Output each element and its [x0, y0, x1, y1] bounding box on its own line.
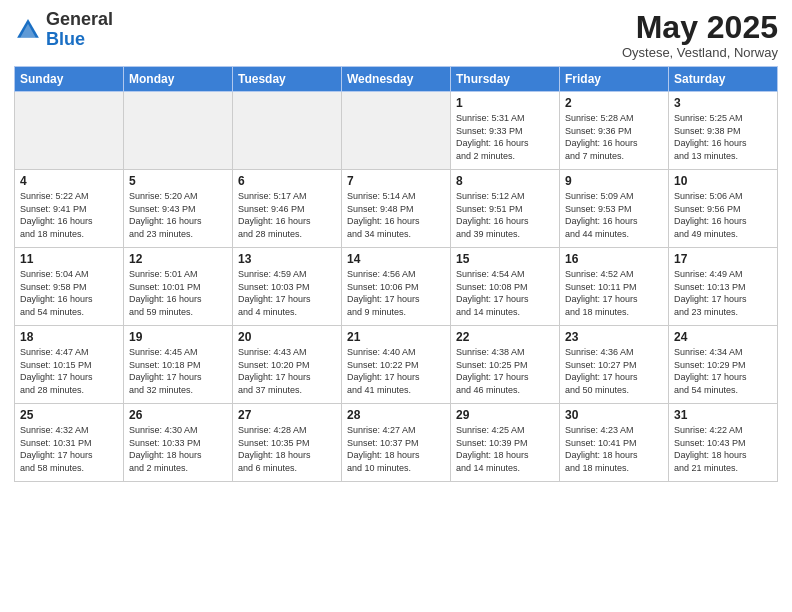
- calendar-cell-2-7: 10Sunrise: 5:06 AM Sunset: 9:56 PM Dayli…: [669, 170, 778, 248]
- calendar-cell-5-1: 25Sunrise: 4:32 AM Sunset: 10:31 PM Dayl…: [15, 404, 124, 482]
- calendar-cell-4-4: 21Sunrise: 4:40 AM Sunset: 10:22 PM Dayl…: [342, 326, 451, 404]
- day-number: 25: [20, 408, 118, 422]
- logo-blue-text: Blue: [46, 29, 85, 49]
- calendar-cell-1-7: 3Sunrise: 5:25 AM Sunset: 9:38 PM Daylig…: [669, 92, 778, 170]
- day-info: Sunrise: 5:31 AM Sunset: 9:33 PM Dayligh…: [456, 112, 554, 162]
- calendar-cell-2-1: 4Sunrise: 5:22 AM Sunset: 9:41 PM Daylig…: [15, 170, 124, 248]
- day-number: 11: [20, 252, 118, 266]
- day-info: Sunrise: 4:59 AM Sunset: 10:03 PM Daylig…: [238, 268, 336, 318]
- calendar-cell-3-4: 14Sunrise: 4:56 AM Sunset: 10:06 PM Dayl…: [342, 248, 451, 326]
- calendar-week-3: 11Sunrise: 5:04 AM Sunset: 9:58 PM Dayli…: [15, 248, 778, 326]
- calendar-cell-1-6: 2Sunrise: 5:28 AM Sunset: 9:36 PM Daylig…: [560, 92, 669, 170]
- day-info: Sunrise: 5:17 AM Sunset: 9:46 PM Dayligh…: [238, 190, 336, 240]
- calendar-header-sunday: Sunday: [15, 67, 124, 92]
- day-info: Sunrise: 4:30 AM Sunset: 10:33 PM Daylig…: [129, 424, 227, 474]
- calendar-cell-3-1: 11Sunrise: 5:04 AM Sunset: 9:58 PM Dayli…: [15, 248, 124, 326]
- day-info: Sunrise: 4:45 AM Sunset: 10:18 PM Daylig…: [129, 346, 227, 396]
- calendar-week-5: 25Sunrise: 4:32 AM Sunset: 10:31 PM Dayl…: [15, 404, 778, 482]
- calendar-cell-5-5: 29Sunrise: 4:25 AM Sunset: 10:39 PM Dayl…: [451, 404, 560, 482]
- calendar-cell-5-3: 27Sunrise: 4:28 AM Sunset: 10:35 PM Dayl…: [233, 404, 342, 482]
- calendar-cell-4-6: 23Sunrise: 4:36 AM Sunset: 10:27 PM Dayl…: [560, 326, 669, 404]
- day-info: Sunrise: 5:28 AM Sunset: 9:36 PM Dayligh…: [565, 112, 663, 162]
- title-block: May 2025 Oystese, Vestland, Norway: [622, 10, 778, 60]
- day-number: 3: [674, 96, 772, 110]
- calendar-table: SundayMondayTuesdayWednesdayThursdayFrid…: [14, 66, 778, 482]
- calendar-cell-1-3: [233, 92, 342, 170]
- calendar-cell-5-7: 31Sunrise: 4:22 AM Sunset: 10:43 PM Dayl…: [669, 404, 778, 482]
- day-info: Sunrise: 4:22 AM Sunset: 10:43 PM Daylig…: [674, 424, 772, 474]
- calendar-header-row: SundayMondayTuesdayWednesdayThursdayFrid…: [15, 67, 778, 92]
- day-number: 23: [565, 330, 663, 344]
- day-number: 14: [347, 252, 445, 266]
- header: General Blue May 2025 Oystese, Vestland,…: [14, 10, 778, 60]
- calendar-cell-5-2: 26Sunrise: 4:30 AM Sunset: 10:33 PM Dayl…: [124, 404, 233, 482]
- day-number: 20: [238, 330, 336, 344]
- day-number: 29: [456, 408, 554, 422]
- day-info: Sunrise: 5:09 AM Sunset: 9:53 PM Dayligh…: [565, 190, 663, 240]
- calendar-cell-5-6: 30Sunrise: 4:23 AM Sunset: 10:41 PM Dayl…: [560, 404, 669, 482]
- day-number: 22: [456, 330, 554, 344]
- calendar-cell-2-3: 6Sunrise: 5:17 AM Sunset: 9:46 PM Daylig…: [233, 170, 342, 248]
- day-info: Sunrise: 4:38 AM Sunset: 10:25 PM Daylig…: [456, 346, 554, 396]
- day-info: Sunrise: 4:25 AM Sunset: 10:39 PM Daylig…: [456, 424, 554, 474]
- calendar-cell-1-4: [342, 92, 451, 170]
- day-info: Sunrise: 4:27 AM Sunset: 10:37 PM Daylig…: [347, 424, 445, 474]
- page: General Blue May 2025 Oystese, Vestland,…: [0, 0, 792, 612]
- day-info: Sunrise: 4:54 AM Sunset: 10:08 PM Daylig…: [456, 268, 554, 318]
- day-number: 7: [347, 174, 445, 188]
- day-number: 30: [565, 408, 663, 422]
- day-info: Sunrise: 5:20 AM Sunset: 9:43 PM Dayligh…: [129, 190, 227, 240]
- day-number: 5: [129, 174, 227, 188]
- day-info: Sunrise: 4:40 AM Sunset: 10:22 PM Daylig…: [347, 346, 445, 396]
- day-number: 28: [347, 408, 445, 422]
- day-number: 21: [347, 330, 445, 344]
- day-number: 24: [674, 330, 772, 344]
- day-number: 6: [238, 174, 336, 188]
- day-info: Sunrise: 5:22 AM Sunset: 9:41 PM Dayligh…: [20, 190, 118, 240]
- day-number: 9: [565, 174, 663, 188]
- calendar-week-2: 4Sunrise: 5:22 AM Sunset: 9:41 PM Daylig…: [15, 170, 778, 248]
- day-number: 16: [565, 252, 663, 266]
- day-info: Sunrise: 5:04 AM Sunset: 9:58 PM Dayligh…: [20, 268, 118, 318]
- day-info: Sunrise: 5:01 AM Sunset: 10:01 PM Daylig…: [129, 268, 227, 318]
- day-info: Sunrise: 5:12 AM Sunset: 9:51 PM Dayligh…: [456, 190, 554, 240]
- calendar-cell-3-6: 16Sunrise: 4:52 AM Sunset: 10:11 PM Dayl…: [560, 248, 669, 326]
- calendar-cell-3-7: 17Sunrise: 4:49 AM Sunset: 10:13 PM Dayl…: [669, 248, 778, 326]
- calendar-header-saturday: Saturday: [669, 67, 778, 92]
- calendar-week-4: 18Sunrise: 4:47 AM Sunset: 10:15 PM Dayl…: [15, 326, 778, 404]
- calendar-cell-4-5: 22Sunrise: 4:38 AM Sunset: 10:25 PM Dayl…: [451, 326, 560, 404]
- day-number: 12: [129, 252, 227, 266]
- subtitle: Oystese, Vestland, Norway: [622, 45, 778, 60]
- day-info: Sunrise: 4:56 AM Sunset: 10:06 PM Daylig…: [347, 268, 445, 318]
- day-info: Sunrise: 4:23 AM Sunset: 10:41 PM Daylig…: [565, 424, 663, 474]
- day-number: 18: [20, 330, 118, 344]
- calendar-cell-1-1: [15, 92, 124, 170]
- calendar-header-monday: Monday: [124, 67, 233, 92]
- day-number: 1: [456, 96, 554, 110]
- logo-icon: [14, 16, 42, 44]
- calendar-cell-2-2: 5Sunrise: 5:20 AM Sunset: 9:43 PM Daylig…: [124, 170, 233, 248]
- day-number: 17: [674, 252, 772, 266]
- day-info: Sunrise: 4:49 AM Sunset: 10:13 PM Daylig…: [674, 268, 772, 318]
- calendar-cell-3-3: 13Sunrise: 4:59 AM Sunset: 10:03 PM Dayl…: [233, 248, 342, 326]
- day-info: Sunrise: 4:34 AM Sunset: 10:29 PM Daylig…: [674, 346, 772, 396]
- calendar-cell-4-3: 20Sunrise: 4:43 AM Sunset: 10:20 PM Dayl…: [233, 326, 342, 404]
- calendar-cell-2-4: 7Sunrise: 5:14 AM Sunset: 9:48 PM Daylig…: [342, 170, 451, 248]
- day-info: Sunrise: 4:47 AM Sunset: 10:15 PM Daylig…: [20, 346, 118, 396]
- day-info: Sunrise: 5:25 AM Sunset: 9:38 PM Dayligh…: [674, 112, 772, 162]
- day-number: 27: [238, 408, 336, 422]
- day-number: 2: [565, 96, 663, 110]
- day-number: 4: [20, 174, 118, 188]
- logo: General Blue: [14, 10, 113, 50]
- calendar-cell-1-5: 1Sunrise: 5:31 AM Sunset: 9:33 PM Daylig…: [451, 92, 560, 170]
- day-info: Sunrise: 4:28 AM Sunset: 10:35 PM Daylig…: [238, 424, 336, 474]
- day-number: 10: [674, 174, 772, 188]
- calendar-header-thursday: Thursday: [451, 67, 560, 92]
- day-info: Sunrise: 4:32 AM Sunset: 10:31 PM Daylig…: [20, 424, 118, 474]
- day-number: 31: [674, 408, 772, 422]
- day-number: 19: [129, 330, 227, 344]
- calendar-header-wednesday: Wednesday: [342, 67, 451, 92]
- calendar-cell-3-5: 15Sunrise: 4:54 AM Sunset: 10:08 PM Dayl…: [451, 248, 560, 326]
- calendar-header-tuesday: Tuesday: [233, 67, 342, 92]
- day-info: Sunrise: 4:52 AM Sunset: 10:11 PM Daylig…: [565, 268, 663, 318]
